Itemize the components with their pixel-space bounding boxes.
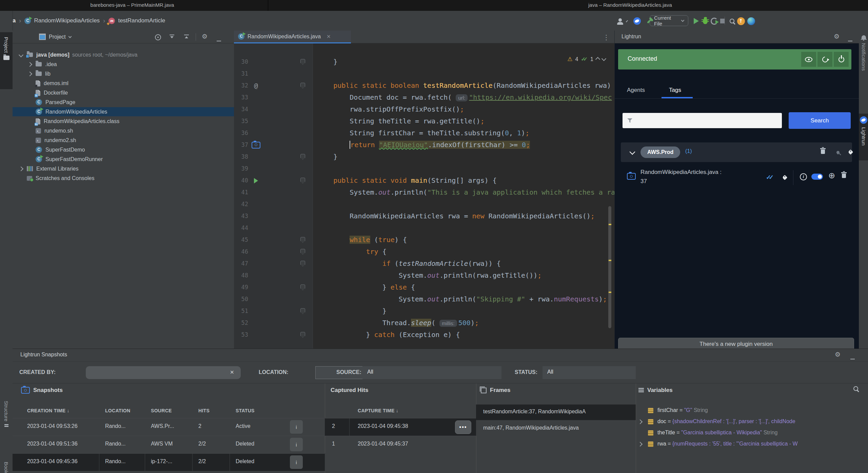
next-issue-icon[interactable] <box>601 56 606 61</box>
tree-item[interactable]: External Libraries <box>13 164 234 173</box>
snapshot-info-button[interactable]: i <box>290 420 303 434</box>
tab-tags[interactable]: Tags <box>669 87 681 94</box>
code-line[interactable]: 35 String theTitle = rwa.getTitle(); <box>234 115 614 127</box>
captured-hit-row[interactable]: 12023-01-04 09:45:37 <box>325 436 476 453</box>
code-line[interactable]: 42 <box>234 198 614 210</box>
tree-item[interactable]: rundemo2.sh <box>13 136 234 145</box>
frame-row[interactable]: testRandomArticle:37, RandomWikipediaA <box>476 405 636 420</box>
profiler-button[interactable] <box>710 17 718 25</box>
tree-item[interactable]: Dockerfile <box>13 88 234 97</box>
pin-tag-icon[interactable] <box>836 149 840 155</box>
code-line[interactable]: 37 return "AEIOUaeiou".indexOf(firstChar… <box>234 139 614 151</box>
hide-project-panel-button[interactable] <box>217 37 221 43</box>
tree-item[interactable]: lib <box>13 69 234 78</box>
fold-marker-icon[interactable] <box>300 237 305 243</box>
column-header[interactable]: CREATION TIME ↓ <box>27 408 70 413</box>
code-line[interactable]: 33 Document doc = rwa.fetch( url:"https:… <box>234 92 614 103</box>
tool-stripe-lightrun[interactable]: Lightrun <box>859 114 868 160</box>
snapshot-list-item[interactable]: RandomWikipediaArticles.java : 37 ✓✓ i ⊕ <box>621 167 852 190</box>
fold-marker-icon[interactable] <box>300 332 305 338</box>
reconnect-button[interactable] <box>817 52 832 67</box>
capture-time-column[interactable]: CAPTURE TIME ↓ <box>358 408 398 413</box>
plugin-update-banner[interactable]: There's a new plugin version on the serv… <box>618 338 854 349</box>
delete-tag-icon[interactable] <box>821 148 825 155</box>
tree-item[interactable]: Scratches and Consoles <box>13 174 234 183</box>
expand-variable-icon[interactable] <box>638 419 643 424</box>
clear-filter-icon[interactable]: ✕ <box>230 369 234 375</box>
editor-options-kebab-icon[interactable]: ⋮ <box>603 33 610 41</box>
user-menu-button[interactable] <box>618 17 627 25</box>
tree-item[interactable]: java [demos]sources root, ~/demos/java <box>13 50 234 59</box>
fold-marker-icon[interactable] <box>300 154 305 160</box>
lightrun-settings-gear-icon[interactable]: ⚙ <box>834 33 840 40</box>
disconnect-button[interactable] <box>834 52 849 67</box>
code-line[interactable]: 40 public static void main(String[] args… <box>234 175 614 186</box>
code-line[interactable]: 45 while (true) { <box>234 234 614 246</box>
variable-row[interactable]: theTitle = "Garcinia subelliptica - Wiki… <box>636 428 868 439</box>
scrollbar-warning-mark[interactable] <box>609 260 611 261</box>
source-select[interactable]: All <box>362 366 501 379</box>
chevron-right-icon[interactable] <box>27 71 32 76</box>
code-line[interactable]: 30 } <box>234 56 614 68</box>
chevron-right-icon[interactable] <box>27 62 32 66</box>
breadcrumb-method[interactable]: testRandomArticle <box>118 17 165 24</box>
fold-marker-icon[interactable] <box>300 249 305 255</box>
tree-item[interactable]: RandomWikipediaArticles.class <box>13 117 234 126</box>
tree-item[interactable]: ParsedPage <box>13 98 234 107</box>
tree-item[interactable]: RandomWikipediaArticles <box>13 107 234 116</box>
close-tab-icon[interactable]: ✕ <box>327 34 331 40</box>
tag-group-header[interactable]: AWS.Prod (1) <box>621 142 852 162</box>
breadcrumb-class[interactable]: RandomWikipediaArticles <box>34 17 100 24</box>
code-line[interactable]: 36 String firstChar = theTitle.substring… <box>234 127 614 139</box>
annotation-gutter-icon[interactable]: @ <box>251 80 261 92</box>
code-line[interactable]: 52 Thread.sleep( millis:500); <box>234 317 614 329</box>
status-select[interactable]: All <box>542 366 636 379</box>
column-header[interactable]: STATUS <box>236 408 255 413</box>
code-line[interactable]: 34 rwa.stripOffPrefixPostfix(); <box>234 103 614 115</box>
stop-button[interactable] <box>718 17 727 25</box>
scrollbar-warning-mark[interactable] <box>609 292 611 293</box>
code-line[interactable]: 44 <box>234 222 614 234</box>
code-line[interactable]: 50 System.out.println("Skipping #" + rwa… <box>234 293 614 305</box>
tree-item[interactable]: rundemo.sh <box>13 126 234 135</box>
chevron-down-icon[interactable] <box>19 52 23 57</box>
code-with-me-button[interactable] <box>747 17 755 25</box>
tags-search-input[interactable] <box>623 113 782 128</box>
tool-stripe-structure[interactable]: Structure <box>0 401 13 458</box>
fold-marker-icon[interactable] <box>300 308 305 314</box>
snapshot-enabled-toggle[interactable] <box>811 174 823 181</box>
snapshots-settings-gear-icon[interactable]: ⚙ <box>835 351 841 358</box>
tree-item[interactable]: demos.iml <box>13 79 234 88</box>
code-line[interactable]: 39 <box>234 163 614 175</box>
snapshot-tag-icon[interactable] <box>783 174 787 181</box>
fold-marker-icon[interactable] <box>300 284 305 290</box>
code-line[interactable]: 41 System.out.println("This is a java ap… <box>234 186 614 198</box>
collapse-tag-group-icon[interactable] <box>630 149 635 155</box>
search-button[interactable]: Search <box>789 112 851 129</box>
code-line[interactable]: 32@ public static boolean testRandomArti… <box>234 80 614 92</box>
snapshot-info-button[interactable]: i <box>290 455 303 469</box>
column-header[interactable]: LOCATION <box>105 408 130 413</box>
fold-marker-icon[interactable] <box>300 261 305 267</box>
project-view-chevron[interactable] <box>68 35 72 38</box>
tab-agents[interactable]: Agents <box>627 87 645 94</box>
snapshot-table-row[interactable]: 2023-01-04 09:53:26Rando...AWS.Pr...2Act… <box>13 418 325 436</box>
fold-marker-icon[interactable] <box>300 59 305 65</box>
debug-button[interactable] <box>701 17 710 25</box>
tree-item[interactable]: SuperFastDemo <box>13 145 234 154</box>
goto-source-icon[interactable]: ⊕ <box>828 172 835 180</box>
editor-tab[interactable]: RandomWikipediaArticles.java ✕ <box>234 31 351 43</box>
code-line[interactable]: 48 System.out.println(rwa.getTitle()); <box>234 270 614 281</box>
search-everywhere-button[interactable] <box>728 17 736 25</box>
run-button[interactable] <box>692 17 701 25</box>
code-line[interactable]: 49 } else { <box>234 281 614 293</box>
variables-search-icon[interactable] <box>853 386 858 392</box>
tool-stripe-notifications[interactable]: Notifications <box>859 33 868 108</box>
project-settings-gear-icon[interactable]: ⚙ <box>202 33 208 40</box>
expand-all-button[interactable] <box>170 35 174 41</box>
hit-actions-button[interactable]: ••• <box>455 420 471 434</box>
project-panel-title[interactable]: Project <box>49 34 66 40</box>
code-line[interactable]: 31 <box>234 68 614 80</box>
inspection-widget[interactable]: ⚠ 4 ✓✓ 1 <box>567 56 606 63</box>
created-by-input[interactable]: ✕ <box>86 366 241 379</box>
